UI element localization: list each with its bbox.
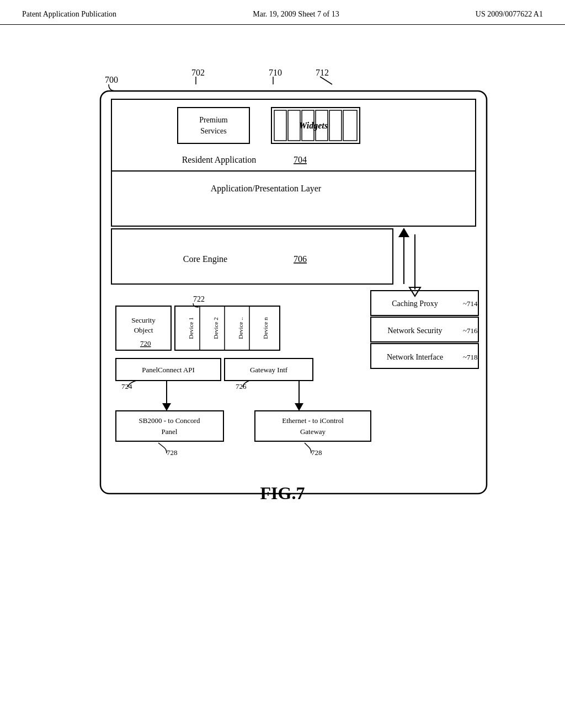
core-engine-label: Core Engine bbox=[183, 254, 227, 264]
resident-application-label: Resident Application bbox=[182, 155, 257, 165]
app-pres-layer-label: Application/Presentation Layer bbox=[211, 184, 322, 194]
sb2000-box bbox=[116, 411, 223, 441]
ethernet-text1: Ethernet - to iControl bbox=[282, 416, 344, 425]
device1-label: Device 1 bbox=[188, 317, 194, 339]
svg-line-2 bbox=[320, 77, 332, 84]
widget-1 bbox=[274, 110, 286, 141]
label-722: 722 bbox=[193, 295, 205, 303]
security-object-text2: Object bbox=[134, 326, 153, 334]
label-720: 720 bbox=[140, 339, 151, 347]
device2-label: Device 2 bbox=[212, 317, 219, 339]
sb2000-text1: SB2000 - to Concord bbox=[139, 416, 200, 425]
label-714-text: ~714 bbox=[463, 299, 478, 308]
label-716-text: ~716 bbox=[463, 326, 478, 335]
security-object-text: Security bbox=[131, 316, 156, 324]
label-710: 710 bbox=[269, 68, 282, 77]
gateway-intf-label: Gateway Intf bbox=[250, 366, 288, 374]
label-706: 706 bbox=[294, 254, 307, 264]
label-728b: 728 bbox=[311, 448, 322, 457]
panel-arrow-head bbox=[162, 403, 171, 411]
ethernet-text2: Gateway bbox=[300, 427, 326, 436]
premium-services-box bbox=[178, 108, 249, 143]
label-702: 702 bbox=[191, 68, 205, 77]
header-middle: Mar. 19, 2009 Sheet 7 of 13 bbox=[253, 10, 339, 19]
caching-proxy-label: Caching Proxy bbox=[392, 299, 438, 308]
premium-services-text2: Services bbox=[200, 127, 226, 135]
panel-connect-label: PanelConnect API bbox=[142, 366, 195, 374]
gateway-arrow-head bbox=[295, 403, 303, 411]
core-engine-box bbox=[111, 229, 393, 284]
widget-6 bbox=[343, 110, 357, 141]
page-header: Patent Application Publication Mar. 19, … bbox=[0, 0, 565, 25]
main-box-700 bbox=[100, 91, 487, 494]
network-security-label: Network Security bbox=[387, 326, 442, 335]
page-content: 700 702 710 712 Premium Services Widgets… bbox=[0, 25, 565, 609]
widget-2 bbox=[288, 110, 300, 141]
header-right: US 2009/0077622 A1 bbox=[476, 10, 543, 19]
label-704: 704 bbox=[294, 155, 307, 164]
diagram-svg: 700 702 710 712 Premium Services Widgets… bbox=[56, 52, 509, 593]
label-712: 712 bbox=[316, 68, 329, 77]
header-left: Patent Application Publication bbox=[22, 10, 116, 19]
widget-5 bbox=[329, 110, 342, 141]
premium-services-text: Premium bbox=[199, 116, 227, 124]
devicedots-label: Device .. bbox=[237, 317, 244, 339]
label-728a: 728 bbox=[167, 448, 178, 457]
up-arrow-head bbox=[398, 228, 409, 237]
devicen-label: Device n bbox=[262, 317, 269, 339]
widgets-text: Widgets bbox=[299, 121, 328, 131]
ethernet-box bbox=[255, 411, 371, 441]
fig-caption: FIG.7 bbox=[260, 483, 305, 503]
sb2000-text2: Panel bbox=[162, 427, 178, 436]
network-interface-label: Network Interface bbox=[387, 353, 443, 361]
label-718-text: ~718 bbox=[463, 353, 478, 361]
label-700: 700 bbox=[105, 75, 118, 84]
